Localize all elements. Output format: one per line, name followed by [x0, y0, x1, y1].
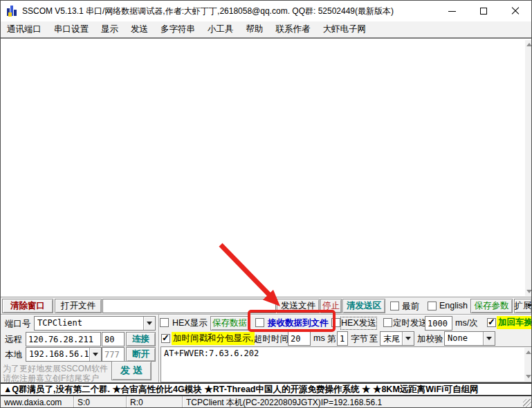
close-button[interactable] — [499, 1, 531, 21]
send-text-area[interactable]: AT+FWVER:7.63.6.202 — [160, 346, 532, 382]
checksum-dropdown-button[interactable] — [483, 332, 495, 345]
local-ip-select[interactable]: 192.168.56.1 — [26, 347, 102, 362]
interval-input[interactable] — [425, 316, 452, 331]
remote-port-input[interactable] — [102, 332, 125, 346]
nth-byte-input[interactable] — [337, 331, 348, 346]
status-sent-count: S:0 — [74, 396, 127, 408]
local-ip-value: 192.168.56.1 — [29, 349, 89, 359]
interval-unit-label: ms/次 — [455, 317, 478, 329]
window-title: SSCOM V5.13.1 串口/网络数据调试器,作者:大虾丁丁,2618058… — [22, 6, 394, 17]
status-received-count: R:0 — [127, 396, 183, 408]
receive-area[interactable] — [1, 37, 532, 297]
status-website: www.daxia.com — [1, 396, 74, 408]
clear-window-button[interactable]: 清除窗口 — [2, 299, 53, 313]
checksum-label: 加校验 — [417, 333, 443, 345]
port-value: TCPClient — [37, 318, 143, 328]
status-connection-info: TCPClient 本机(PC-20220809JGTX)IP=192.168.… — [183, 396, 532, 408]
menu-tools[interactable]: 小工具 — [201, 24, 240, 35]
menu-contact-author[interactable]: 联系作者 — [270, 24, 317, 35]
to-select[interactable]: 末尾 — [380, 331, 414, 346]
port-select[interactable]: TCPClient — [34, 316, 156, 331]
menu-serial-settings[interactable]: 串口设置 — [48, 24, 95, 35]
extend-button[interactable]: 扩展 — [514, 299, 532, 313]
add-crlf-label[interactable]: 加回车换行 — [497, 316, 532, 329]
scroll-down-icon[interactable] — [526, 290, 532, 293]
timeout-unit-label: ms — [313, 333, 325, 343]
chevron-down-icon — [405, 337, 411, 340]
byte-label: 字节 — [351, 333, 368, 345]
chevron-down-icon — [147, 322, 152, 325]
menu-multi-string[interactable]: 多字符串 — [154, 24, 201, 35]
menu-comm-port[interactable]: 通讯端口 — [1, 24, 48, 35]
checksum-value: None — [448, 333, 482, 343]
scroll-down-icon[interactable] — [526, 375, 531, 378]
menu-daxia-website[interactable]: 大虾电子网 — [317, 24, 373, 35]
send-scrollbar[interactable] — [524, 348, 532, 381]
maximize-button[interactable] — [468, 1, 499, 21]
sscom-window: SSCOM V5.13.1 串口/网络数据调试器,作者:大虾丁丁,2618058… — [0, 0, 532, 408]
receive-to-file-checkbox[interactable] — [255, 318, 264, 327]
send-text: AT+FWVER:7.63.6.202 — [164, 349, 259, 358]
add-crlf-checkbox[interactable] — [487, 318, 496, 327]
window-controls — [436, 1, 531, 21]
hex-send-checkbox[interactable] — [331, 318, 340, 327]
remote-ip-input[interactable] — [26, 332, 101, 346]
port-dropdown-button[interactable] — [143, 317, 155, 330]
send-button[interactable]: 发 送 — [111, 361, 152, 380]
save-data-button[interactable]: 保存数据 — [210, 316, 249, 331]
clear-send-area-button[interactable]: 清发送区 — [342, 299, 385, 313]
menu-help[interactable]: 帮助 — [240, 24, 270, 35]
connect-button[interactable]: 连接 — [126, 332, 156, 346]
edge-dash — [528, 304, 532, 306]
minimize-icon — [448, 11, 456, 12]
timed-send-checkbox[interactable] — [383, 318, 392, 327]
timestamp-label[interactable]: 加时间戳和分包显示, — [172, 332, 255, 345]
local-port-input[interactable] — [102, 347, 125, 362]
minimize-button[interactable] — [436, 1, 468, 21]
scroll-up-icon[interactable] — [526, 43, 532, 46]
divider-horizontal — [1, 314, 532, 315]
topmost-checkbox[interactable] — [390, 302, 399, 310]
chevron-down-icon — [93, 353, 98, 356]
ticker-bar: ▲Q群满员了,没有第二个群. ★合宙高性价比4G模块 ★RT-Thread中国人… — [1, 382, 532, 396]
to-label: 至 — [369, 333, 378, 345]
stop-button[interactable]: 停止 — [320, 299, 342, 313]
title-bar: SSCOM V5.13.1 串口/网络数据调试器,作者:大虾丁丁,2618058… — [1, 1, 531, 21]
english-checkbox[interactable] — [428, 302, 437, 310]
menu-send[interactable]: 发送 — [125, 24, 154, 35]
remote-label: 远程 — [5, 334, 22, 346]
resize-grip-icon[interactable] — [523, 399, 532, 408]
timeout-input[interactable] — [288, 331, 311, 346]
hex-display-checkbox[interactable] — [160, 318, 169, 327]
receive-scrollbar[interactable] — [525, 40, 532, 296]
checksum-select[interactable]: None — [444, 331, 495, 346]
topmost-label[interactable]: 最前 — [402, 301, 419, 313]
local-label: 本地 — [5, 349, 22, 361]
to-value: 末尾 — [383, 333, 401, 345]
close-icon — [511, 7, 520, 15]
english-label[interactable]: English — [439, 301, 468, 310]
file-path-input[interactable] — [102, 299, 276, 313]
open-file-button[interactable]: 打开文件 — [55, 299, 102, 313]
send-file-button[interactable]: 发送文件 — [277, 299, 320, 313]
hex-display-label[interactable]: HEX显示 — [172, 317, 208, 329]
timeout-label: 超时时间: — [254, 333, 291, 345]
ticker-text: ▲Q群满员了,没有第二个群. ★合宙高性价比4G模块 ★RT-Thread中国人… — [3, 384, 479, 396]
hex-send-label[interactable]: HEX发送 — [341, 317, 376, 329]
control-panel: 清除窗口 打开文件 发送文件 停止 清发送区 最前 English 保存参数 扩… — [1, 297, 532, 382]
scroll-up-icon[interactable] — [526, 351, 531, 354]
port-label: 端口号 — [5, 318, 31, 330]
chevron-down-icon — [486, 337, 492, 340]
disconnect-button[interactable]: 断开 — [126, 347, 156, 362]
to-dropdown-button[interactable] — [402, 332, 414, 345]
local-ip-dropdown-button[interactable] — [89, 348, 101, 361]
menu-display[interactable]: 显示 — [95, 24, 125, 35]
save-params-button[interactable]: 保存参数 — [470, 299, 513, 313]
timestamp-checkbox[interactable] — [161, 334, 170, 343]
receive-to-file-label[interactable]: 接收数据到文件 — [268, 317, 329, 329]
nth-label: 第 — [327, 333, 336, 345]
app-icon — [6, 6, 17, 17]
status-bar: www.daxia.com S:0 R:0 TCPClient 本机(PC-20… — [1, 396, 532, 408]
menu-bar: 通讯端口 串口设置 显示 发送 多字符串 小工具 帮助 联系作者 大虾电子网 — [1, 21, 531, 37]
maximize-icon — [480, 8, 487, 15]
